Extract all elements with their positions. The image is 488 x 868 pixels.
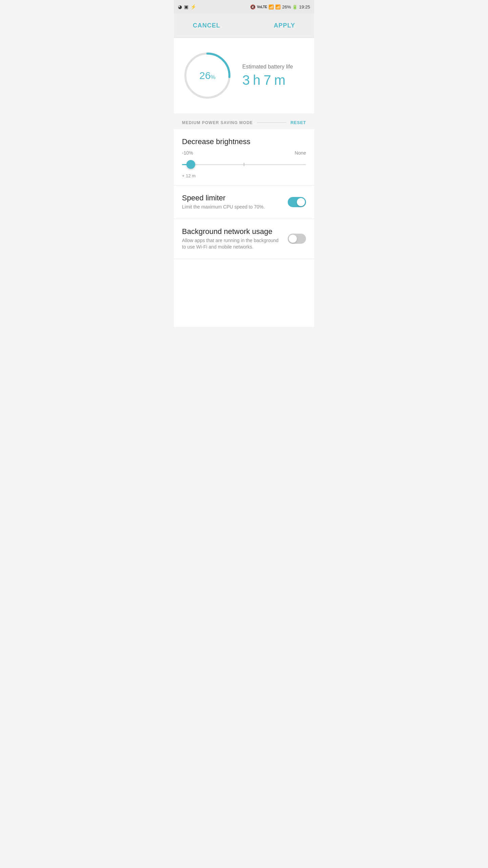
- background-network-text: Background network usage Allow apps that…: [182, 227, 288, 251]
- action-bar: CANCEL APPLY: [174, 14, 314, 38]
- reset-button[interactable]: RESET: [290, 120, 306, 125]
- speed-limiter-toggle[interactable]: [288, 197, 306, 207]
- background-network-toggle-knob: [289, 235, 297, 243]
- background-network-setting: Background network usage Allow apps that…: [174, 219, 314, 259]
- section-title: MEDIUM POWER SAVING MODE: [182, 120, 253, 125]
- battery-time-value: 3 h 7 m: [242, 73, 306, 88]
- speed-limiter-title: Speed limiter: [182, 194, 281, 202]
- brightness-slider-wrapper[interactable]: [182, 158, 306, 171]
- background-network-toggle[interactable]: [288, 234, 306, 244]
- speed-limiter-setting: Speed limiter Limit the maximum CPU spee…: [174, 185, 314, 219]
- brightness-title: Decrease brightness: [182, 137, 306, 146]
- slider-labels: -10% None: [182, 150, 306, 156]
- signal-icon: 📶: [275, 4, 281, 9]
- battery-circle: 26%: [182, 50, 233, 101]
- estimated-label: Estimated battery life: [242, 64, 306, 70]
- brightness-setting: Decrease brightness -10% None + 12 m: [174, 129, 314, 185]
- battery-info: Estimated battery life 3 h 7 m: [242, 64, 306, 88]
- battery-percent: 26%: [282, 4, 291, 9]
- clock: 19:25: [299, 4, 310, 9]
- usb-icon: ⚡: [190, 4, 196, 9]
- wifi-icon: 📶: [268, 4, 274, 9]
- battery-percent-value: 26%: [199, 70, 216, 81]
- main-content: 26% Estimated battery life 3 h 7 m MEDIU…: [174, 38, 314, 327]
- section-divider: [257, 122, 286, 123]
- circle-text: 26%: [199, 70, 216, 81]
- volte-icon: VoLTE: [257, 5, 267, 9]
- apply-button[interactable]: APPLY: [268, 19, 301, 33]
- slider-track: [182, 164, 306, 165]
- speed-limiter-subtitle: Limit the maximum CPU speed to 70%.: [182, 204, 281, 211]
- section-header: MEDIUM POWER SAVING MODE RESET: [174, 113, 314, 129]
- slider-time-hint: + 12 m: [182, 173, 306, 178]
- app-icon-2: ▣: [184, 4, 188, 9]
- slider-max-label: None: [295, 150, 306, 156]
- speed-limiter-toggle-knob: [297, 198, 305, 206]
- slider-min-label: -10%: [182, 150, 193, 156]
- cancel-button[interactable]: CANCEL: [187, 19, 226, 33]
- slider-center-tick: [244, 163, 244, 166]
- status-bar-right: 🔇 VoLTE 📶 📶 26% 🔋 19:25: [250, 4, 310, 9]
- slider-thumb[interactable]: [186, 160, 195, 169]
- app-icon-1: ◕: [178, 4, 182, 9]
- status-bar: ◕ ▣ ⚡ 🔇 VoLTE 📶 📶 26% 🔋 19:25: [174, 0, 314, 14]
- bottom-space: [174, 259, 314, 327]
- status-bar-left: ◕ ▣ ⚡: [178, 4, 196, 9]
- settings-section: Decrease brightness -10% None + 12 m Spe…: [174, 129, 314, 259]
- battery-section: 26% Estimated battery life 3 h 7 m: [174, 38, 314, 113]
- battery-icon: 🔋: [292, 4, 298, 9]
- background-network-subtitle: Allow apps that are running in the backg…: [182, 237, 281, 251]
- mute-icon: 🔇: [250, 4, 256, 9]
- background-network-title: Background network usage: [182, 227, 281, 236]
- speed-limiter-text: Speed limiter Limit the maximum CPU spee…: [182, 194, 288, 211]
